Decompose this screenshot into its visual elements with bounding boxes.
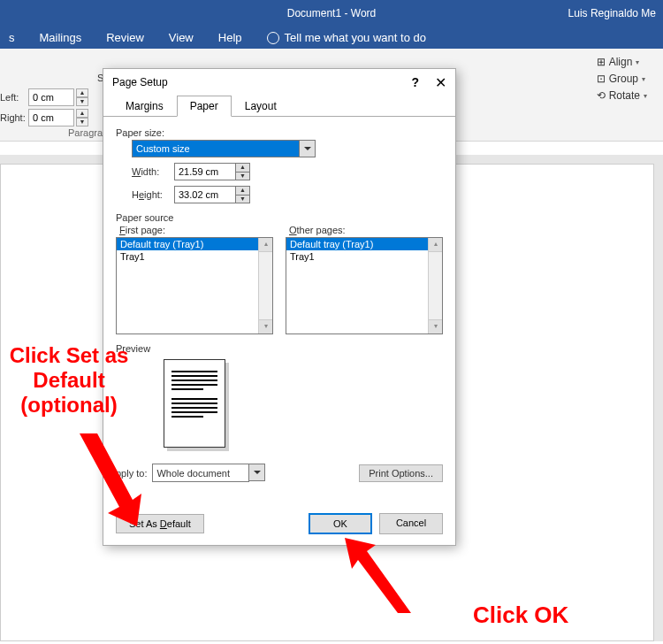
width-spin-up[interactable]: ▲ — [236, 163, 250, 172]
tab-cut[interactable]: s — [9, 31, 15, 44]
indent-controls: S Left: ▲ ▼ Right: ▲ ▼ — [0, 73, 103, 129]
cancel-button[interactable]: Cancel — [379, 513, 443, 534]
paper-size-dropdown-button[interactable] — [300, 140, 316, 157]
tab-margins[interactable]: Margins — [112, 96, 177, 117]
tell-me-label: Tell me what you want to do — [285, 31, 426, 44]
ribbon-tabs: s Mailings Review View Help Tell me what… — [0, 27, 663, 49]
preview-thumbnail — [164, 359, 225, 448]
height-label: Height: — [132, 189, 174, 200]
dialog-tabs: Margins Paper Layout — [103, 96, 455, 117]
height-input[interactable] — [174, 186, 236, 203]
height-spin-up[interactable]: ▲ — [236, 186, 250, 195]
ok-button[interactable]: OK — [309, 513, 372, 534]
paper-size-label: Paper size: — [116, 127, 443, 138]
apply-to-dropdown[interactable]: Whole document — [152, 464, 265, 482]
title-bar: Document1 - Word Luis Reginaldo Me — [0, 0, 663, 27]
first-page-option-default[interactable]: Default tray (Tray1) — [117, 238, 272, 250]
dialog-help-button[interactable]: ? — [411, 75, 419, 89]
first-page-scrollbar[interactable]: ▴▾ — [258, 238, 272, 334]
width-input[interactable] — [174, 163, 236, 180]
indent-left-up[interactable]: ▲ — [76, 88, 88, 97]
print-options-button[interactable]: Print Options... — [359, 464, 443, 482]
other-pages-option-tray1[interactable]: Tray1 — [286, 250, 442, 263]
indent-left-down[interactable]: ▼ — [76, 97, 88, 106]
paragraph-group-label: Paragra — [68, 127, 103, 138]
tab-review[interactable]: Review — [106, 31, 144, 44]
paper-size-value: Custom size — [132, 140, 300, 157]
width-label: Width: — [132, 166, 174, 177]
other-pages-option-default[interactable]: Default tray (Tray1) — [286, 238, 442, 250]
document-title: Document1 - Word — [287, 7, 376, 19]
dialog-title: Page Setup — [112, 76, 168, 88]
indent-right-down[interactable]: ▼ — [76, 118, 88, 126]
align-button[interactable]: ⊞ Align ▾ — [597, 56, 647, 68]
lightbulb-icon — [267, 32, 279, 44]
tell-me-search[interactable]: Tell me what you want to do — [267, 31, 426, 44]
indent-right-label: Right: — [0, 112, 28, 123]
tab-layout[interactable]: Layout — [232, 96, 290, 117]
set-as-default-button[interactable]: Set As Default — [116, 514, 204, 533]
dialog-button-row: Set As Default OK Cancel — [116, 513, 443, 534]
rotate-button[interactable]: ⟲ Rotate ▾ — [597, 89, 647, 102]
indent-left-input[interactable] — [28, 88, 74, 106]
page-setup-dialog: Page Setup ? ✕ Margins Paper Layout Pape… — [103, 68, 456, 546]
apply-to-label: pply to: — [116, 468, 147, 479]
preview-label: Preview — [116, 343, 443, 354]
group-button[interactable]: ⊡ Group ▾ — [597, 73, 647, 85]
other-pages-scrollbar[interactable]: ▴▾ — [428, 238, 442, 334]
tab-mailings[interactable]: Mailings — [40, 31, 82, 44]
apply-to-dropdown-button[interactable] — [249, 464, 265, 481]
first-page-option-tray1[interactable]: Tray1 — [117, 250, 272, 263]
paper-size-dropdown[interactable]: Custom size — [132, 140, 443, 157]
dialog-body: Paper size: Custom size Width: ▲▼ Height… — [103, 117, 455, 491]
dialog-titlebar: Page Setup ? ✕ — [103, 69, 455, 96]
tab-paper[interactable]: Paper — [177, 96, 232, 117]
other-pages-listbox[interactable]: Default tray (Tray1) Tray1 ▴▾ — [286, 237, 443, 334]
apply-to-value: Whole document — [152, 464, 249, 482]
indent-right-up[interactable]: ▲ — [76, 109, 88, 118]
paper-source-label: Paper source — [116, 212, 443, 223]
arrange-group: ⊞ Align ▾ ⊡ Group ▾ ⟲ Rotate ▾ — [597, 56, 647, 106]
first-page-listbox[interactable]: Default tray (Tray1) Tray1 ▴▾ — [116, 237, 273, 334]
width-spin-down[interactable]: ▼ — [236, 172, 250, 180]
other-pages-label: Other pages: — [289, 225, 443, 235]
indent-right-input[interactable] — [28, 109, 74, 126]
tab-help[interactable]: Help — [218, 31, 242, 44]
tab-view[interactable]: View — [169, 31, 194, 44]
spacing-label-cut: S — [0, 73, 103, 83]
first-page-label: First page: — [119, 225, 273, 235]
dialog-close-button[interactable]: ✕ — [435, 74, 446, 91]
indent-left-label: Left: — [0, 92, 28, 103]
height-spin-down[interactable]: ▼ — [236, 195, 250, 203]
user-name: Luis Reginaldo Me — [568, 7, 656, 19]
